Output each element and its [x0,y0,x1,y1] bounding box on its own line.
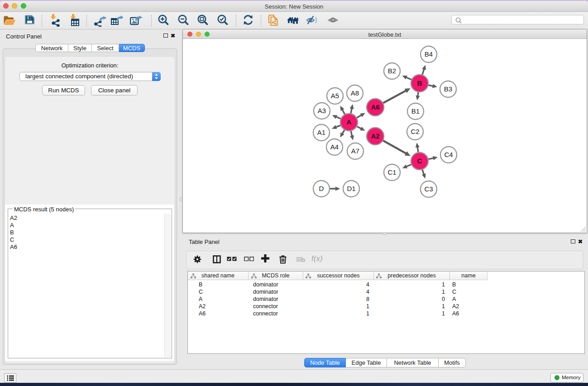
svg-text:f(x): f(x) [311,255,323,263]
svg-text:C: C [417,157,422,165]
svg-text:D1: D1 [347,185,355,192]
svg-text:A: A [347,118,352,126]
svg-text:A2: A2 [371,132,379,140]
svg-text:C4: C4 [444,151,453,158]
svg-text:B4: B4 [425,50,433,58]
svg-text:C3: C3 [424,185,433,193]
svg-text:A8: A8 [351,89,359,97]
svg-text:C2: C2 [411,128,419,135]
svg-text:A6: A6 [371,103,379,111]
svg-text:B2: B2 [388,67,396,75]
svg-text:C1: C1 [387,168,396,176]
svg-text:A1: A1 [317,129,325,136]
svg-text:A3: A3 [318,107,326,114]
svg-text:D: D [319,185,324,192]
svg-text:B: B [417,79,422,87]
svg-text:A4: A4 [330,143,339,151]
svg-text:A7: A7 [351,147,359,155]
svg-text:B3: B3 [444,85,452,93]
svg-text:A5: A5 [331,92,339,100]
svg-text:B1: B1 [411,107,420,115]
